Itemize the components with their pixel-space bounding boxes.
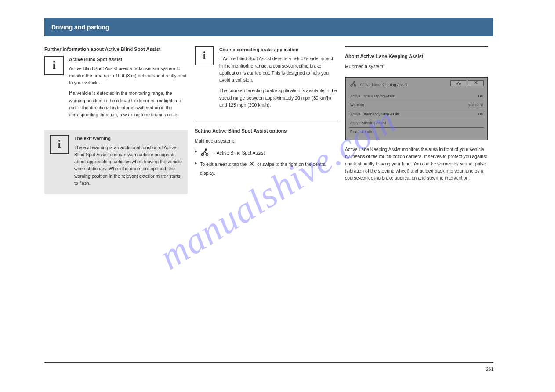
col2-steps: → Active Blind Spot Assist To exit a men…	[195, 148, 338, 177]
display-row[interactable]: Find out more	[349, 128, 484, 136]
display-close-button[interactable]	[468, 80, 484, 86]
page-header: Driving and parking	[44, 18, 493, 36]
col1-callout-text: The exit warning The exit warning is an …	[74, 135, 182, 187]
divider	[345, 46, 488, 47]
step1-text: → Active Blind Spot Assist	[211, 150, 265, 155]
col3-lead: Multimedia system:	[345, 63, 488, 70]
row-label: Active Emergency Stop Assist	[350, 111, 400, 117]
row-label: Active Lane Keeping Assist	[350, 94, 395, 99]
col3-body: Active Lane Keeping Assist monitors the …	[345, 146, 488, 181]
header-title: Driving and parking	[51, 24, 109, 31]
row-value: On	[478, 111, 483, 117]
column-3: About Active Lane Keeping Assist Multime…	[345, 46, 488, 194]
display-buttons	[450, 80, 484, 86]
display-cyclist-button[interactable]	[450, 80, 466, 86]
row-label: Find out more	[350, 129, 373, 135]
cyclist-icon	[200, 148, 210, 158]
col2-info-block: i Course-correcting brake application If…	[195, 46, 338, 112]
col1-callout-body: The exit warning is an additional functi…	[74, 144, 182, 187]
col1-info-block: i Active Blind Spot Assist Active Blind …	[44, 56, 188, 122]
cyclist-icon	[455, 80, 461, 87]
multimedia-display: Active Lane Keeping Assist	[345, 77, 488, 140]
col2-info-label: Course-correcting brake application	[219, 46, 338, 53]
col1-callout-row: i The exit warning The exit warning is a…	[50, 135, 182, 187]
row-value: Standard	[468, 102, 483, 108]
info-icon: i	[195, 46, 214, 65]
divider	[195, 121, 338, 121]
col3-section-title: About Active Lane Keeping Assist	[345, 53, 488, 60]
col2-lead: Multimedia system:	[195, 137, 338, 144]
col2-info-text: Course-correcting brake application If A…	[219, 46, 338, 112]
col1-info-text: Active Blind Spot Assist Active Blind Sp…	[69, 56, 188, 122]
col1-info-body2: If a vehicle is detected in the monitori…	[69, 90, 188, 118]
display-header: Active Lane Keeping Assist	[349, 80, 484, 90]
step2-text-a: To exit a menu: tap the	[200, 162, 248, 167]
display-title: Active Lane Keeping Assist	[360, 82, 408, 88]
info-icon: i	[44, 56, 64, 75]
svg-point-2	[205, 149, 207, 151]
step-assist-menu: → Active Blind Spot Assist	[195, 148, 338, 158]
svg-point-5	[354, 81, 355, 82]
close-icon	[248, 160, 256, 169]
row-label: Warning	[350, 102, 364, 108]
col2-info-body1: If Active Blind Spot Assist detects a ri…	[219, 55, 338, 83]
col1-title: Further information about Active Blind S…	[44, 46, 188, 52]
col1-callout-label: The exit warning	[74, 135, 182, 142]
col2-section-title: Setting Active Blind Spot Assist options	[195, 127, 338, 135]
page-content: Driving and parking Further information …	[44, 18, 493, 194]
display-title-row: Active Lane Keeping Assist	[349, 80, 408, 90]
column-2: i Course-correcting brake application If…	[195, 46, 338, 194]
columns-wrapper: Further information about Active Blind S…	[44, 46, 493, 194]
col2-info-body2: The course-correcting brake application …	[219, 87, 338, 108]
svg-point-8	[459, 80, 460, 81]
footer-page-number: 261	[486, 367, 493, 372]
col1-callout: i The exit warning The exit warning is a…	[44, 130, 188, 194]
display-row[interactable]: Active Steering Assist	[349, 119, 484, 128]
display-row[interactable]: Warning Standard	[349, 101, 484, 110]
row-label: Active Steering Assist	[350, 120, 386, 126]
column-1: Further information about Active Blind S…	[44, 46, 188, 194]
display-row[interactable]: Active Emergency Stop Assist On	[349, 110, 484, 119]
row-value: On	[478, 94, 483, 99]
cyclist-icon	[349, 80, 357, 90]
info-icon: i	[50, 135, 69, 154]
page-footer: 261	[44, 362, 493, 372]
display-row[interactable]: Active Lane Keeping Assist On	[349, 92, 484, 101]
close-icon	[473, 80, 479, 87]
col1-info-label: Active Blind Spot Assist	[69, 56, 188, 63]
step-exit-menu: To exit a menu: tap the or swipe to the …	[195, 160, 338, 177]
col1-info-body1: Active Blind Spot Assist uses a radar se…	[69, 65, 188, 86]
